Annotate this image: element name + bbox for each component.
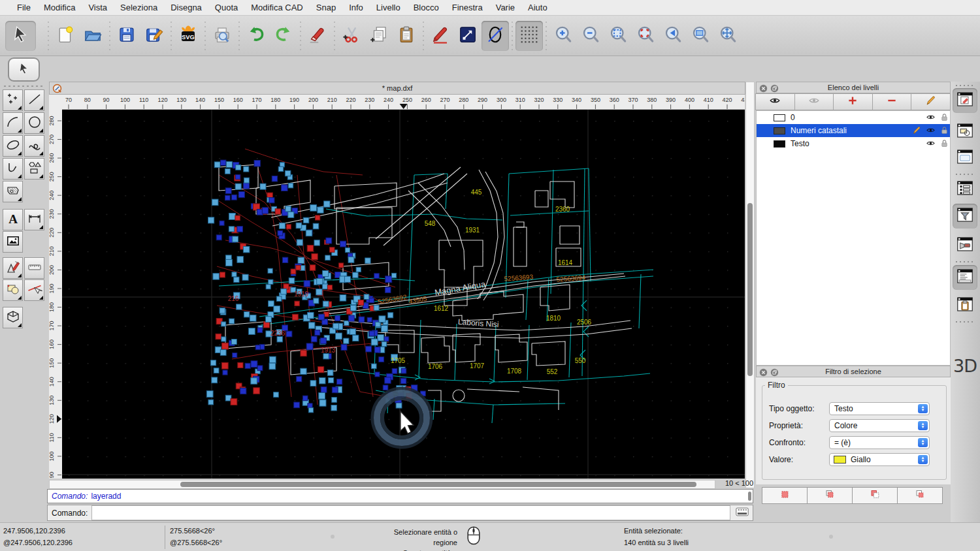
hide-all-layers-button[interactable] <box>794 93 834 110</box>
eye-icon[interactable] <box>926 138 936 148</box>
show-all-layers-button[interactable] <box>755 93 795 110</box>
eye-icon[interactable] <box>926 125 936 135</box>
points-tool[interactable] <box>3 89 23 111</box>
spline-tool[interactable] <box>24 135 44 157</box>
zoom-previous-button[interactable] <box>659 21 687 51</box>
select-subtract-button[interactable] <box>852 487 898 504</box>
dock-property-panel-button[interactable] <box>953 119 977 144</box>
measure-tool[interactable] <box>24 257 44 279</box>
dock-selection-filter-button[interactable] <box>953 204 977 228</box>
svg-export-button[interactable]: SVG <box>174 21 202 51</box>
dock-draw-panel-button[interactable] <box>953 88 977 113</box>
shape-tool[interactable] <box>24 158 44 180</box>
vertical-scrollbar-thumb[interactable] <box>747 203 753 376</box>
zoom-auto-button[interactable] <box>604 21 632 51</box>
menu-varie[interactable]: Varie <box>489 3 521 12</box>
detach-panel-icon[interactable] <box>770 368 779 376</box>
menu-finestra[interactable]: Finestra <box>446 3 489 12</box>
menu-modifica[interactable]: Modifica <box>37 3 82 12</box>
eye-icon[interactable] <box>926 112 936 122</box>
keyboard-toggle-button[interactable] <box>734 507 750 519</box>
filter-value-select[interactable]: Giallo ▲▼ <box>829 453 930 466</box>
print-preview-button[interactable] <box>208 21 236 51</box>
hatch-tool[interactable] <box>3 181 23 202</box>
undo-button[interactable] <box>242 21 270 51</box>
remove-layer-button[interactable] <box>872 93 912 110</box>
select-add-button[interactable] <box>807 487 853 504</box>
menu-snap[interactable]: Snap <box>310 3 342 12</box>
menu-aiuto[interactable]: Aiuto <box>521 3 554 12</box>
solid-3d-tool[interactable] <box>3 307 23 328</box>
select-replace-button[interactable] <box>762 487 808 504</box>
horizontal-scrollbar-thumb[interactable] <box>180 482 696 487</box>
delete-button[interactable] <box>304 21 331 51</box>
redo-button[interactable] <box>270 21 297 51</box>
close-panel-icon[interactable] <box>759 84 768 92</box>
edit-layer-button[interactable] <box>911 93 951 110</box>
menu-blocco[interactable]: Blocco <box>407 3 446 12</box>
menu-seleziona[interactable]: Seleziona <box>114 3 164 12</box>
save-button[interactable] <box>113 21 140 51</box>
zoom-in-button[interactable] <box>549 21 577 51</box>
new-file-button[interactable] <box>52 21 79 51</box>
vertical-scrollbar[interactable] <box>745 82 755 488</box>
copy-button[interactable] <box>365 21 393 51</box>
dock-clipboard-panel-button[interactable] <box>953 293 977 318</box>
open-file-button[interactable] <box>79 21 106 51</box>
lock-icon[interactable] <box>939 112 949 122</box>
drawing-canvas[interactable]: 4452360548193116145256369352563694525636… <box>62 110 745 479</box>
dimension-tool[interactable] <box>24 209 44 230</box>
ellipse-tool-button[interactable] <box>482 21 509 51</box>
selection-arrow-button[interactable] <box>5 21 36 51</box>
cut-button[interactable] <box>338 21 365 51</box>
layer-row-numeri-catastali[interactable]: Numeri catastali <box>757 124 950 137</box>
line-tool[interactable] <box>24 89 44 111</box>
zoom-selection-button[interactable] <box>632 21 659 51</box>
layer-row-testo[interactable]: Testo <box>757 137 950 150</box>
polyline-tool[interactable] <box>3 158 23 180</box>
image-tool[interactable] <box>3 231 23 253</box>
zoom-window-button[interactable] <box>687 21 714 51</box>
filter-type-select[interactable]: Testo ▲▼ <box>829 402 930 415</box>
horizontal-scrollbar[interactable] <box>49 480 715 489</box>
filter-property-select[interactable]: Colore ▲▼ <box>829 419 930 432</box>
close-panel-icon[interactable] <box>759 368 768 376</box>
menu-vista[interactable]: Vista <box>82 3 114 12</box>
lock-icon[interactable] <box>939 125 949 135</box>
command-history-scrollbar[interactable] <box>748 492 751 501</box>
dock-view-panel-button[interactable] <box>953 233 977 258</box>
dock-command-line-button[interactable] <box>953 265 977 290</box>
menu-livello[interactable]: Livello <box>370 3 407 12</box>
ellipse-tool[interactable] <box>3 135 23 157</box>
menu-quota[interactable]: Quota <box>208 3 244 12</box>
menu-info[interactable]: Info <box>342 3 370 12</box>
info-tool[interactable] <box>3 279 23 301</box>
menu-modifica-cad[interactable]: Modifica CAD <box>244 3 309 12</box>
edit-button[interactable] <box>427 21 454 51</box>
modify-tool[interactable] <box>3 257 23 279</box>
circle-tool[interactable] <box>24 112 44 134</box>
detach-panel-icon[interactable] <box>770 84 779 92</box>
pencil-icon[interactable] <box>912 125 922 135</box>
pan-button[interactable] <box>714 21 742 51</box>
grid-toggle-button[interactable] <box>515 21 543 51</box>
zoom-out-button[interactable] <box>577 21 604 51</box>
menu-disegna[interactable]: Disegna <box>164 3 208 12</box>
dock-library-panel-button[interactable] <box>953 146 977 170</box>
arc-tool[interactable] <box>3 112 23 134</box>
add-layer-button[interactable] <box>833 93 873 110</box>
filter-comparison-select[interactable]: = (è) ▲▼ <box>829 436 930 449</box>
save-as-button[interactable] <box>140 21 168 51</box>
scale-button[interactable] <box>454 21 482 51</box>
snap-tool[interactable] <box>24 279 44 301</box>
menu-file[interactable]: File <box>10 3 37 12</box>
paste-button[interactable] <box>393 21 420 51</box>
text-tool[interactable]: A <box>3 209 23 230</box>
dock-3d-label[interactable]: 3D <box>953 356 977 376</box>
dock-layer-list-button[interactable] <box>953 177 977 202</box>
command-input[interactable] <box>91 505 730 520</box>
lock-icon[interactable] <box>939 138 949 148</box>
selection-arrow-button-2[interactable] <box>8 57 40 82</box>
select-intersect-button[interactable] <box>897 487 943 504</box>
layer-row-0[interactable]: 0 <box>757 111 950 124</box>
